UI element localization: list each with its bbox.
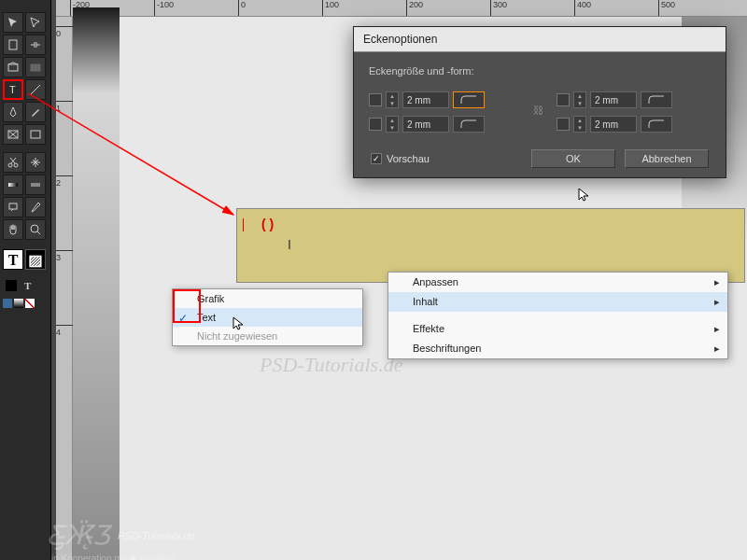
dialog-title: Eckenoptionen	[354, 27, 726, 52]
context-menu: Anpassen▸ Inhalt▸ Effekte▸ Beschriftunge…	[388, 272, 728, 359]
watermark-logo: Ƹ̵̡Ӝ̵̨̄Ʒ PSD-Tutorials.de	[47, 520, 195, 551]
ok-button[interactable]: OK	[531, 149, 615, 168]
note-tool[interactable]	[3, 197, 23, 217]
submenu-item-grafik[interactable]: Grafik	[173, 289, 362, 308]
svg-line-4	[31, 85, 40, 94]
top-left-shape-select[interactable]	[453, 91, 485, 108]
gap-tool[interactable]	[25, 35, 46, 55]
dialog-subtitle: Eckengröße und -form:	[369, 65, 711, 77]
text-cursor	[243, 218, 244, 231]
svg-rect-1	[8, 64, 18, 71]
svg-rect-11	[8, 183, 18, 187]
stepper[interactable]: ▲▼	[573, 116, 586, 133]
bottom-right-size-input[interactable]	[590, 116, 637, 133]
checkbox-icon: ✓	[371, 153, 382, 164]
formatting-container-icon[interactable]	[6, 280, 17, 291]
check-icon: ✓	[178, 312, 188, 325]
top-right-shape-select[interactable]	[641, 91, 672, 108]
preview-checkbox[interactable]: ✓ Vorschau	[371, 153, 522, 164]
submenu-item-text[interactable]: ✓Text	[173, 308, 362, 327]
zoom-tool[interactable]	[25, 219, 46, 240]
text-content: ( )	[261, 217, 274, 231]
svg-text:T: T	[9, 84, 16, 95]
svg-point-10	[14, 163, 18, 167]
apply-color[interactable]	[3, 299, 12, 308]
svg-rect-13	[9, 203, 17, 209]
watermark-text: PSD-Tutorials.de	[118, 530, 195, 541]
page-tool[interactable]	[3, 35, 23, 55]
line-tool[interactable]	[25, 79, 46, 100]
pen-tool[interactable]	[3, 102, 23, 122]
svg-point-14	[31, 225, 38, 232]
link-corners-icon[interactable]: ⛓	[530, 105, 545, 119]
apply-none[interactable]	[25, 299, 35, 308]
menu-item-effekte[interactable]: Effekte▸	[388, 319, 727, 339]
hand-tool[interactable]	[3, 219, 23, 240]
menu-item-anpassen[interactable]: Anpassen▸	[388, 273, 727, 292]
svg-point-9	[8, 163, 12, 167]
fill-text-indicator[interactable]: T	[3, 249, 23, 270]
gradient-feather-tool[interactable]	[25, 175, 46, 195]
placed-image-left	[73, 7, 120, 560]
corner-options-dialog: Eckenoptionen Eckengröße und -form: ▲▼ ▲…	[353, 26, 726, 178]
stroke-text-indicator[interactable]: ▨	[25, 249, 46, 270]
watermark-center: PSD-Tutorials.de	[260, 353, 402, 377]
scissors-tool[interactable]	[3, 152, 23, 173]
preview-label: Vorschau	[387, 153, 430, 164]
cancel-button[interactable]: Abbrechen	[625, 149, 709, 168]
direct-selection-tool[interactable]	[25, 12, 46, 33]
submenu-item-nicht-zugewiesen[interactable]: Nicht zugewiesen	[173, 327, 362, 345]
svg-rect-8	[31, 131, 40, 138]
svg-rect-12	[31, 183, 40, 187]
type-tool[interactable]: T	[3, 79, 23, 100]
content-collector-tool[interactable]	[3, 57, 23, 77]
menu-item-beschriftungen[interactable]: Beschriftungen▸	[388, 339, 727, 358]
gradient-swatch-tool[interactable]	[3, 175, 23, 195]
vertical-ruler: 0 1 2 3 4	[56, 17, 73, 560]
top-left-size-input[interactable]	[402, 91, 449, 108]
svg-rect-0	[9, 40, 17, 49]
bottom-left-corner-icon	[369, 118, 382, 131]
pencil-tool[interactable]	[25, 102, 46, 122]
eyedropper-tool[interactable]	[25, 197, 46, 217]
top-left-corner-icon	[369, 93, 382, 106]
ibeam-cursor-icon: I	[288, 237, 291, 252]
bottom-left-shape-select[interactable]	[453, 116, 485, 133]
apply-gradient[interactable]	[14, 299, 23, 308]
free-transform-tool[interactable]	[25, 152, 46, 173]
stepper[interactable]: ▲▼	[386, 91, 399, 108]
top-right-corner-icon	[557, 93, 570, 106]
rectangle-frame-tool[interactable]	[3, 124, 23, 145]
content-placer-tool[interactable]	[25, 57, 46, 77]
tools-panel: T T ▨ T	[0, 0, 51, 560]
context-submenu-content: Grafik ✓Text Nicht zugewiesen	[172, 288, 363, 346]
bottom-left-size-input[interactable]	[402, 116, 449, 133]
rectangle-tool[interactable]	[25, 124, 46, 145]
butterfly-icon: Ƹ̵̡Ӝ̵̨̄Ʒ	[47, 520, 110, 551]
formatting-text-icon[interactable]: T	[24, 280, 31, 291]
selection-tool[interactable]	[3, 12, 23, 33]
bottom-right-shape-select[interactable]	[641, 116, 672, 133]
stepper[interactable]: ▲▼	[573, 91, 586, 108]
bottom-right-corner-icon	[557, 118, 570, 131]
svg-line-15	[37, 231, 40, 234]
horizontal-ruler: -200 -100 0 100 200 300 400 500	[56, 0, 747, 17]
svg-rect-2	[31, 64, 40, 71]
menu-item-inhalt[interactable]: Inhalt▸	[388, 292, 727, 312]
stepper[interactable]: ▲▼	[386, 116, 399, 133]
top-right-size-input[interactable]	[590, 91, 637, 108]
watermark-subtext: in Kooperation mit ✱ viaprinto	[51, 553, 175, 560]
